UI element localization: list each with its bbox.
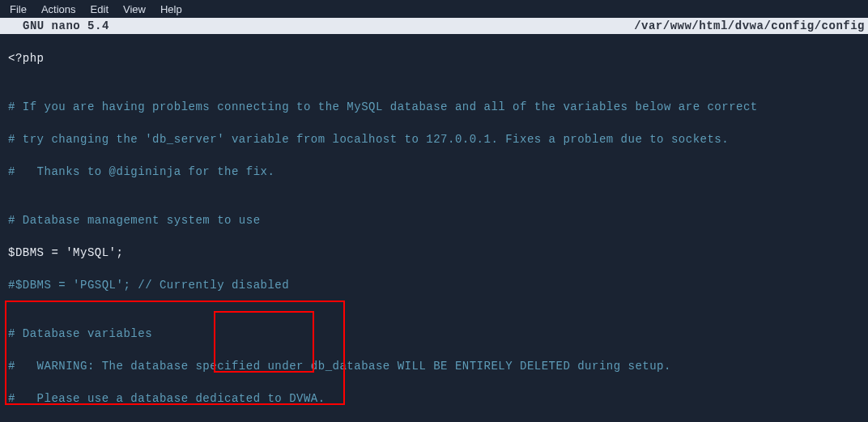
menu-file[interactable]: File	[10, 3, 27, 15]
menu-actions[interactable]: Actions	[41, 3, 76, 15]
code-comment: # Thanks to @digininja for the fix.	[8, 164, 860, 180]
code-comment: # Please use a database dedicated to DVW…	[8, 390, 860, 407]
nano-filepath: /var/www/html/dvwa/config/config	[634, 19, 868, 32]
menu-help[interactable]: Help	[160, 3, 182, 15]
editor-area[interactable]: <?php # If you are having problems conne…	[0, 34, 868, 422]
code-comment: # Database variables	[8, 326, 860, 342]
code-line: <?php	[8, 50, 860, 66]
menubar: File Actions Edit View Help	[0, 0, 868, 18]
nano-app-name: GNU nano 5.4	[0, 19, 109, 32]
menu-view[interactable]: View	[123, 3, 146, 15]
nano-titlebar: GNU nano 5.4 /var/www/html/dvwa/config/c…	[0, 18, 868, 34]
code-comment: # If you are having problems connecting …	[8, 99, 860, 115]
menu-edit[interactable]: Edit	[91, 3, 108, 15]
code-line: $DBMS = 'MySQL';	[8, 245, 860, 261]
code-comment: #$DBMS = 'PGSQL'; // Currently disabled	[8, 277, 860, 293]
code-comment: # try changing the 'db_server' variable …	[8, 131, 860, 147]
code-comment: # Database management system to use	[8, 212, 860, 228]
code-comment: # WARNING: The database specified under …	[8, 358, 860, 374]
